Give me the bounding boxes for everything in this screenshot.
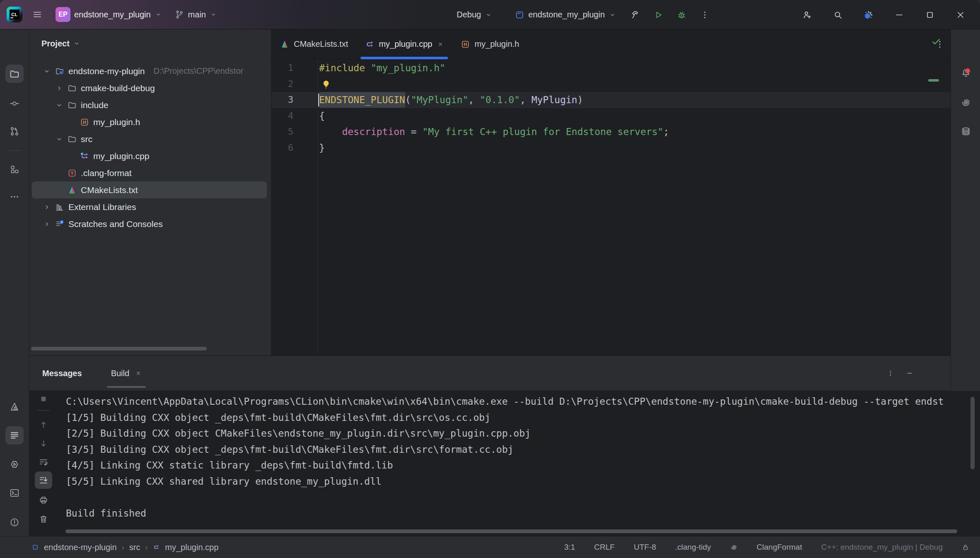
code-with-me-button[interactable] [792, 6, 823, 24]
notifications-button[interactable] [957, 64, 975, 82]
settings-button[interactable] [853, 6, 884, 24]
tree-item-external-libraries[interactable]: External Libraries [32, 198, 267, 215]
branch-name: main [188, 10, 206, 19]
window-maximize-button[interactable] [915, 6, 945, 24]
database-button[interactable] [957, 122, 975, 140]
toolwindow-structure-button[interactable] [5, 160, 24, 179]
tree-item-cmake-build-debug[interactable]: cmake-build-debug [32, 80, 267, 97]
tree-item-src[interactable]: src [32, 130, 267, 147]
caret-position-widget[interactable]: 3:1 [564, 543, 575, 552]
tree-item-cmakelists-txt[interactable]: CMakeLists.txt [32, 181, 267, 198]
debug-button[interactable] [673, 6, 691, 24]
ellipsis-vertical-icon [887, 370, 894, 377]
chev-right-icon [43, 203, 51, 211]
hammer-build-icon [630, 10, 640, 20]
tree-item-endstone-my-plugin[interactable]: endstone-my-pluginD:\Projects\CPP\endsto… [32, 63, 267, 80]
breadcrumb-item-src[interactable]: src [129, 543, 140, 552]
chevron-down-icon [210, 11, 217, 18]
run-button[interactable] [649, 6, 668, 24]
toolwindow-project-button[interactable] [5, 65, 24, 83]
readonly-toggle[interactable] [962, 544, 969, 551]
scroll-to-end-button[interactable] [35, 471, 52, 489]
chev-right-icon [43, 220, 51, 228]
soft-wrap-button[interactable] [35, 453, 52, 471]
file-yaml-icon [67, 168, 77, 178]
code-token: , [520, 94, 532, 105]
ai-assistant-button[interactable] [957, 93, 975, 111]
tree-item-my-plugin-h[interactable]: my_plugin.h [32, 114, 267, 130]
project-widget[interactable]: EP endstone_my_plugin [52, 5, 165, 24]
window-close-button[interactable] [945, 6, 976, 24]
run-configuration-icon [515, 10, 525, 20]
run-configuration-selector[interactable]: endstone_my_plugin [511, 6, 619, 24]
build-button[interactable] [626, 6, 644, 24]
code-token: { [319, 111, 325, 121]
clang-format-widget[interactable]: ClangFormat [757, 543, 802, 552]
code-token: "0.1.0" [480, 94, 520, 105]
code-token: "My first C++ plugin for Endstone server… [422, 126, 663, 137]
tree-item-scratches-and-consoles[interactable]: Scratches and Consoles [32, 215, 267, 232]
code-editor[interactable]: 1#include "my_plugin.h"23ENDSTONE_PLUGIN… [271, 59, 951, 355]
console-vertical-scrollbar[interactable] [970, 397, 975, 469]
editor-tab-cmakelists-txt[interactable]: CMakeLists.txt [271, 29, 356, 59]
breadcrumb: endstone-my-plugin›src›my_plugin.cpp [0, 543, 218, 552]
notification-dot [965, 68, 970, 73]
clangformat-indicator[interactable] [730, 544, 738, 551]
tree-item-my-plugin-cpp[interactable]: my_plugin.cpp [32, 147, 267, 164]
panel-options-button[interactable] [887, 370, 894, 377]
search-everywhere-button[interactable] [823, 6, 853, 24]
line-separator-widget[interactable]: CRLF [594, 543, 615, 552]
console-horizontal-scrollbar[interactable] [65, 529, 957, 533]
stop-button[interactable] [35, 391, 52, 408]
breadcrumb-item-endstone-my-plugin[interactable]: endstone-my-plugin [44, 543, 117, 552]
vcs-branch-widget[interactable]: main [171, 5, 220, 24]
hamburger-menu-icon [32, 10, 42, 19]
toolwindow-run-button[interactable] [5, 455, 24, 473]
git-branch-icon [174, 10, 184, 19]
close-icon [956, 10, 965, 20]
more-toolwindows-button[interactable] [5, 188, 24, 206]
editor-tab-my-plugin-cpp[interactable]: my_plugin.cpp [356, 29, 452, 59]
chevron-down-icon [609, 11, 616, 19]
tree-item-label: cmake-build-debug [81, 83, 155, 93]
encoding-widget[interactable]: UTF-8 [634, 543, 656, 552]
more-run-actions-button[interactable] [696, 6, 714, 24]
clang-tidy-widget[interactable]: .clang-tidy [675, 543, 711, 552]
resolve-context-widget[interactable]: C++: endstone_my_plugin | Debug [821, 543, 943, 552]
next-message-button[interactable] [35, 435, 52, 452]
toolwindow-cmake-button[interactable] [5, 398, 24, 416]
toolwindow-commit-button[interactable] [5, 94, 24, 113]
toolwindow-pull-requests-button[interactable] [5, 122, 24, 140]
project-panel-header[interactable]: Project [29, 29, 271, 58]
print-button[interactable] [35, 491, 52, 509]
clear-all-button[interactable] [35, 510, 52, 528]
toolbar-divider [38, 410, 49, 411]
tab-close-button[interactable] [437, 41, 444, 48]
close-icon[interactable] [135, 370, 142, 377]
panel-hide-button[interactable] [906, 370, 913, 377]
build-tab[interactable]: Build [105, 356, 148, 391]
breadcrumb-item-my-plugin-cpp[interactable]: my_plugin.cpp [165, 543, 218, 552]
chev-right-icon [55, 84, 63, 92]
arrow-up-icon [39, 420, 48, 430]
tree-item-include[interactable]: include [32, 97, 267, 114]
build-type-selector[interactable]: Debug [453, 6, 496, 24]
toolwindow-terminal-button[interactable] [5, 484, 24, 502]
console-output[interactable]: C:\Users\Vincent\AppData\Local\Programs\… [58, 391, 980, 536]
editor-tab-my-plugin-h[interactable]: my_plugin.h [452, 29, 528, 59]
toolwindow-messages-button[interactable] [5, 426, 24, 444]
tree-item-clang-format[interactable]: .clang-format [32, 164, 267, 181]
code-line-4: 4{ [271, 108, 951, 124]
database-icon [961, 126, 971, 137]
project-panel-title: Project [41, 39, 70, 48]
inspections-ok-widget[interactable] [931, 36, 941, 47]
intention-bulb-icon[interactable] [321, 79, 332, 90]
previous-message-button[interactable] [35, 416, 52, 433]
structure-icon [9, 164, 20, 175]
tab-label: CMakeLists.txt [294, 39, 348, 49]
console-line: [4/5] Linking CXX static library _deps\f… [66, 457, 980, 473]
main-menu-button[interactable] [28, 5, 46, 24]
window-minimize-button[interactable] [884, 6, 915, 24]
toolwindow-problems-button[interactable] [5, 513, 24, 531]
project-horizontal-scrollbar[interactable] [31, 347, 207, 350]
